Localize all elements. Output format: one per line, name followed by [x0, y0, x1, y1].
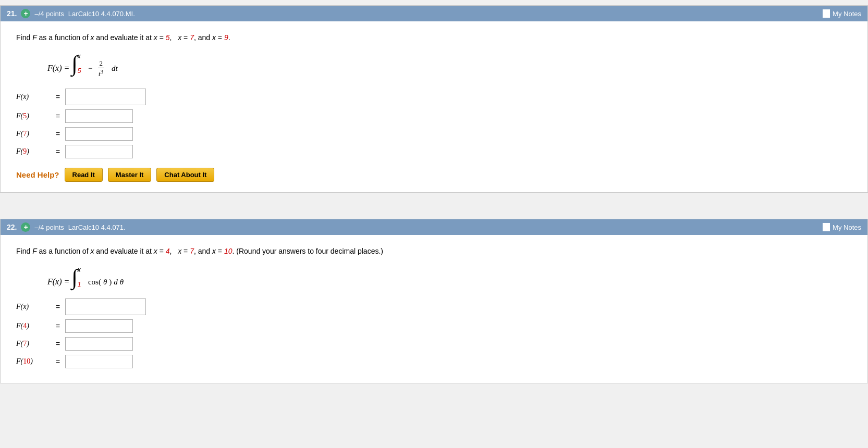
x-italic-22c: x — [178, 247, 181, 255]
fraction-21: 2 t3 — [97, 59, 104, 78]
notes-icon-22 — [823, 223, 830, 231]
need-help-label-21: Need Help? — [16, 170, 59, 179]
answer-row-21-fx: F(x) = — [16, 89, 852, 105]
integral-symbol-21: ∫ — [71, 53, 78, 74]
answer-row-22-f4: F(4) = — [16, 319, 852, 333]
fx-label-22: F(x) = — [47, 277, 71, 286]
problem-21-body: Find F as a function of x and evaluate i… — [1, 21, 867, 192]
problem-22-body: Find F as a function of x and evaluate i… — [1, 235, 867, 383]
x-italic-22d: x — [212, 247, 216, 255]
answer-label-21-f9: F(9) — [16, 147, 53, 156]
input-22-f4[interactable] — [65, 319, 133, 333]
integral-wrap-22: ∫ x 1 — [71, 266, 81, 288]
answer-label-22-fx: F(x) — [16, 303, 53, 311]
x-italic-21c: x — [178, 33, 181, 42]
lower-limit-21: 5 — [78, 67, 81, 74]
input-22-f10[interactable] — [65, 355, 133, 368]
problem-22-points: –/4 points — [34, 223, 64, 231]
chat-about-it-button-21[interactable]: Chat About It — [156, 168, 214, 182]
my-notes-21[interactable]: My Notes — [823, 9, 861, 18]
val-10: 10 — [224, 247, 233, 255]
answer-label-22-f10: F(10) — [16, 357, 53, 366]
lower-limit-22: 1 — [78, 281, 81, 288]
problem-22-header-left: 22. + –/4 points LarCalc10 4.4.071. — [7, 222, 126, 232]
color-9: 9 — [23, 147, 27, 155]
fx-label-21: F(x) = — [47, 64, 71, 72]
equals-22-f4: = — [56, 322, 60, 330]
plus-icon-21[interactable]: + — [21, 9, 30, 18]
integrand-22: cos(θ) dθ — [88, 278, 124, 287]
x-italic-22a: x — [90, 247, 94, 255]
answer-row-21-f7: F(7) = — [16, 127, 852, 141]
problem-21-course: LarCalc10 4.4.070.MI. — [68, 10, 135, 18]
answer-row-21-f9: F(9) = — [16, 145, 852, 158]
answer-label-21-fx: F(x) — [16, 93, 53, 101]
color-4: 4 — [23, 322, 27, 330]
equals-22-fx: = — [56, 303, 60, 311]
my-notes-label-21: My Notes — [833, 10, 861, 18]
input-21-f7[interactable] — [65, 127, 133, 141]
answer-label-21-f5: F(5) — [16, 112, 53, 120]
problem-21-header-left: 21. + –/4 points LarCalc10 4.4.070.MI. — [7, 9, 135, 18]
problem-21-number: 21. — [7, 9, 17, 18]
formula-21: F(x) = ∫ x 5 − 2 t3 dt — [47, 53, 852, 78]
answer-label-21-f7: F(7) — [16, 130, 53, 138]
input-22-f7[interactable] — [65, 337, 133, 351]
color-5: 5 — [23, 112, 27, 120]
answer-row-21-f5: F(5) = — [16, 109, 852, 123]
problem-22: 22. + –/4 points LarCalc10 4.4.071. My N… — [0, 219, 868, 383]
problem-22-instruction: Find F as a function of x and evaluate i… — [16, 245, 852, 257]
notes-icon-21 — [823, 9, 830, 18]
plus-icon-22[interactable]: + — [21, 222, 30, 232]
answer-row-22-fx: F(x) = — [16, 298, 852, 315]
spacer — [0, 198, 868, 214]
color-7-22: 7 — [23, 340, 27, 347]
frac-den-21: t3 — [97, 68, 104, 78]
answer-row-22-f7: F(7) = — [16, 337, 852, 351]
input-21-fx[interactable] — [65, 89, 146, 105]
val-9: 9 — [224, 33, 228, 42]
f-italic-21: F — [32, 33, 37, 42]
input-22-fx[interactable] — [65, 298, 146, 315]
val-5: 5 — [166, 33, 170, 42]
equals-21-f5: = — [56, 112, 60, 120]
frac-num-21: 2 — [98, 59, 104, 68]
master-it-button-21[interactable]: Master It — [108, 168, 151, 182]
problem-21-instruction: Find F as a function of x and evaluate i… — [16, 32, 852, 43]
integral-symbol-22: ∫ — [71, 266, 78, 288]
problem-21-points: –/4 points — [34, 10, 64, 18]
answer-label-22-f7: F(7) — [16, 340, 53, 348]
val-4: 4 — [166, 247, 170, 255]
equals-21-fx: = — [56, 93, 60, 101]
input-21-f5[interactable] — [65, 109, 133, 123]
answer-label-22-f4: F(4) — [16, 322, 53, 330]
x-italic-21b: x — [154, 33, 157, 42]
my-notes-22[interactable]: My Notes — [823, 223, 861, 231]
x-italic-22b: x — [154, 247, 157, 255]
integrand-21: − 2 t3 dt — [88, 59, 118, 78]
problem-21: 21. + –/4 points LarCalc10 4.4.070.MI. M… — [0, 5, 868, 193]
x-italic-21d: x — [212, 33, 216, 42]
problem-22-course: LarCalc10 4.4.071. — [68, 223, 126, 231]
x-italic-21a: x — [90, 33, 94, 42]
problem-22-header: 22. + –/4 points LarCalc10 4.4.071. My N… — [1, 219, 867, 235]
equals-21-f7: = — [56, 130, 60, 138]
my-notes-label-22: My Notes — [833, 223, 861, 231]
upper-limit-21: x — [78, 53, 81, 60]
problem-21-header: 21. + –/4 points LarCalc10 4.4.070.MI. M… — [1, 6, 867, 21]
problem-22-number: 22. — [7, 223, 17, 231]
formula-22: F(x) = ∫ x 1 cos(θ) dθ — [47, 266, 852, 288]
answer-row-22-f10: F(10) = — [16, 355, 852, 368]
val-7: 7 — [190, 33, 194, 42]
read-it-button-21[interactable]: Read It — [65, 168, 103, 182]
equals-21-f9: = — [56, 147, 60, 156]
need-help-row-21: Need Help? Read It Master It Chat About … — [16, 168, 852, 182]
equals-22-f10: = — [56, 357, 60, 366]
integral-wrap-21: ∫ x 5 — [71, 53, 81, 74]
limits-22: x 1 — [78, 266, 81, 288]
val-7-22: 7 — [190, 247, 194, 255]
limits-21: x 5 — [78, 53, 81, 74]
color-10: 10 — [23, 357, 30, 365]
equals-22-f7: = — [56, 340, 60, 348]
input-21-f9[interactable] — [65, 145, 133, 158]
